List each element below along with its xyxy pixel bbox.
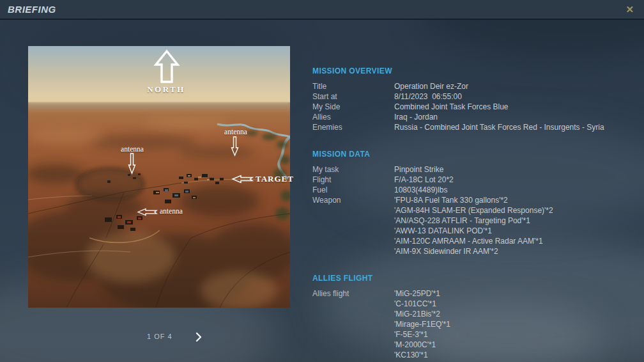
row-value: Combined Joint Task Forces Blue [394,102,635,112]
row-value: 'AWW-13 DATALINK POD'*1 [394,226,635,236]
antenna-label: antenna [107,145,158,153]
briefing-screen: BRIEFING ✕ [0,0,644,362]
section-title: MISSION DATA [312,150,635,159]
row-value: 'C-101CC'*1 [394,299,635,309]
row-value: 'AIM-120C AMRAAM - Active Radar AAM'*1 [394,236,635,246]
row-value: 'AGM-84H SLAM-ER (Expanded Response)'*2 [394,205,635,216]
target-arrow-icon [231,175,254,184]
row-label: Allies flight [312,288,394,299]
section-title: MISSION OVERVIEW [312,67,635,75]
data-row: My SideCombined Joint Task Forces Blue [312,102,635,112]
data-row: Fuel10803(4489)lbs [312,185,635,195]
row-value: 8/11/2023 06:55:00 [394,91,635,102]
close-icon[interactable]: ✕ [623,3,636,15]
antenna-label: antenna [160,207,183,215]
data-row: My taskPinpoint Strike [312,164,635,175]
row-value: 'Mirage-F1EQ'*1 [394,319,635,329]
data-row: Allies flight'MiG-25PD'*1'C-101CC'*1'MiG… [312,288,635,360]
data-row: FlightF/A-18C Lot 20*2 [312,175,635,185]
antenna-label: antenna [210,128,261,136]
data-row: Weapon'FPU-8A Fuel Tank 330 gallons'*2'A… [312,195,635,256]
row-value: Pinpoint Strike [394,164,635,175]
row-value: Russia - Combined Joint Task Forces Red … [394,122,635,132]
data-row: AlliesIraq - Jordan [312,112,635,122]
row-value: 'FPU-8A Fuel Tank 330 gallons'*2 [394,195,635,205]
antenna-arrow-icon [231,136,239,156]
row-label: My task [312,164,394,175]
row-value: 'F-5E-3'*1 [394,329,635,340]
row-label: Fuel [312,185,394,195]
antenna-arrow-icon [137,208,158,216]
pagination: 1 OF 4 [28,331,290,343]
title-bar: BRIEFING ✕ [0,0,644,20]
row-value: 'MiG-25PD'*1 [394,288,635,299]
row-value: F/A-18C Lot 20*2 [394,175,635,185]
row-value: 'AIM-9X Sidewinder IR AAM'*2 [394,246,635,256]
row-value: 'KC130'*1 [394,350,635,360]
row-label: Title [312,81,394,91]
chevron-right-icon [193,331,204,343]
mission-info-panel: MISSION OVERVIEWTitleOperation Deir ez-Z… [312,67,635,362]
row-value: Iraq - Jordan [394,112,635,122]
info-section: ALLIES FLIGHTAllies flight'MiG-25PD'*1'C… [312,274,635,360]
row-value: Operation Deir ez-Zor [394,81,635,91]
data-row: Start at8/11/2023 06:55:00 [312,91,635,102]
info-section: MISSION OVERVIEWTitleOperation Deir ez-Z… [312,67,635,132]
row-value: 'M-2000C'*1 [394,340,635,350]
row-value: 'MiG-21Bis'*2 [394,309,635,319]
antenna-arrow-icon [128,153,136,174]
row-label: Start at [312,91,394,102]
data-row: TitleOperation Deir ez-Zor [312,81,635,91]
north-label: NORTH [134,84,198,95]
target-label: TARGET [256,174,294,184]
north-arrow-icon [155,50,179,83]
row-label: Flight [312,175,394,185]
data-row: EnemiesRussia - Combined Joint Task Forc… [312,122,635,132]
row-label: My Side [312,102,394,112]
row-value: 'AN/ASQ-228 ATFLIR - Targeting Pod'*1 [394,216,635,226]
row-label: Allies [312,112,394,122]
info-section: MISSION DATAMy taskPinpoint StrikeFlight… [312,150,635,256]
next-page-button[interactable] [193,331,204,343]
row-value: 10803(4489)lbs [394,185,635,195]
row-label: Weapon [312,195,394,205]
row-label: Enemies [312,122,394,132]
section-title: ALLIES FLIGHT [312,274,635,283]
page-title: BRIEFING [8,4,56,15]
briefing-map-image: NORTH antenna antenna TARGET antenna [28,46,290,308]
